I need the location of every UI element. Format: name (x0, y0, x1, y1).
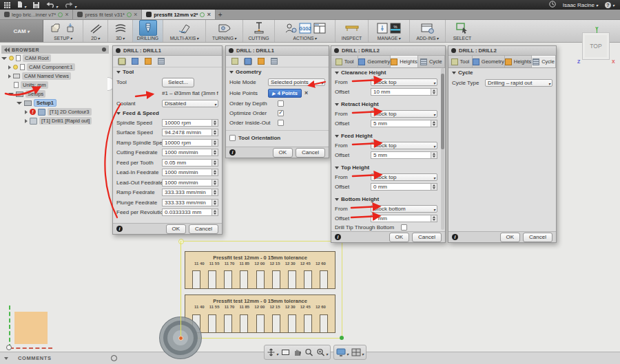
stepper-arrows[interactable] (211, 180, 218, 186)
tab-tool[interactable] (231, 58, 239, 65)
tool-orientation-checkbox[interactable] (229, 135, 236, 141)
plunge-feedrate-input[interactable]: 333.333 mm/min (162, 199, 218, 206)
ribbon-group-inspect[interactable]: INSPECT (335, 20, 369, 42)
help-menu[interactable] (605, 2, 614, 8)
save-icon[interactable] (33, 2, 39, 8)
tab-geometry[interactable] (244, 58, 252, 65)
workspace-switcher[interactable]: CAM (0, 20, 43, 42)
order-by-depth-checkbox[interactable] (278, 100, 284, 107)
collapse-comments-icon[interactable] (4, 357, 8, 360)
section-bottom-height[interactable]: Bottom Height (331, 195, 445, 204)
tab-tool[interactable]: Tool (331, 56, 358, 67)
view-cube[interactable]: TOP Y Z X (582, 32, 610, 60)
dialog-header[interactable]: DRILL : DRILL1 (113, 46, 222, 56)
ramp-feedrate-input[interactable]: 333.333 mm/min (162, 189, 218, 196)
surface-speed-input[interactable]: 94.2478 m/min (162, 129, 218, 136)
cancel-button[interactable]: Cancel (189, 224, 218, 234)
stepper-arrows[interactable] (431, 152, 437, 158)
section-clearance-height[interactable]: Clearance Height (331, 68, 445, 77)
tab-tool[interactable] (118, 58, 126, 65)
2d-milling-icon[interactable] (90, 21, 102, 34)
section-feed-speed[interactable]: Feed & Speed (113, 109, 222, 118)
clear-selection-icon[interactable] (304, 89, 308, 96)
tab-pressfit-12mm[interactable]: pressfit 12mm v2* (142, 10, 215, 19)
dialog-header[interactable]: DRILL : DRILL1 (226, 46, 329, 56)
stepper-arrows[interactable] (211, 149, 218, 156)
ribbon-group-manage[interactable]: % MANAGE (369, 20, 410, 42)
bottom-from-dropdown[interactable]: Stock bottom (371, 205, 437, 213)
hole-mode-dropdown[interactable]: Selected points (268, 78, 325, 86)
drilling-icon[interactable] (139, 20, 157, 36)
ribbon-group-select[interactable]: SELECT (446, 20, 479, 42)
section-cycle[interactable]: Cycle (448, 68, 556, 77)
ribbon-group-actions[interactable]: G1G2 ACTIONS (275, 20, 335, 42)
tab-heights[interactable]: Heights (505, 56, 532, 67)
stepper-arrows[interactable] (211, 209, 218, 215)
bottom-offset-input[interactable]: 7 mm (371, 215, 437, 222)
tab-cycle[interactable] (270, 58, 278, 65)
add-comment-icon[interactable] (111, 355, 117, 361)
section-feed-height[interactable]: Feed Height (331, 131, 445, 140)
stepper-arrows[interactable] (211, 160, 218, 166)
tree-item-setup1[interactable]: Setup1 (1, 98, 109, 107)
stepper-arrows[interactable] (431, 120, 437, 127)
tab-lego-brick[interactable]: lego bric...inner v7* (0, 10, 73, 19)
view-cube-face-top[interactable]: TOP (583, 33, 609, 59)
setup-icon[interactable] (50, 21, 76, 34)
close-tab-icon[interactable] (134, 12, 137, 18)
top-offset-input[interactable]: 0 mm (371, 183, 437, 191)
ramp-spindle-speed-input[interactable]: 10000 rpm (162, 139, 218, 147)
turning-icon[interactable] (218, 21, 231, 34)
ribbon-group-setup[interactable]: SETUP (43, 20, 83, 42)
section-retract-height[interactable]: Retract Height (331, 100, 445, 109)
tab-press-fit-test[interactable]: press fit test v31* (73, 10, 142, 19)
feed-offset-input[interactable]: 5 mm (371, 151, 437, 159)
dialog-header[interactable]: DRILL : DRILL2 (331, 46, 445, 56)
spindle-speed-input[interactable]: 10000 rpm (162, 119, 218, 127)
cycle-type-dropdown[interactable]: Drilling – rapid out (485, 79, 552, 87)
expand-caret-icon[interactable] (25, 110, 28, 114)
visibility-bulb-icon[interactable] (9, 56, 14, 61)
expand-caret-icon[interactable] (1, 57, 7, 60)
section-tool[interactable]: Tool (113, 67, 222, 76)
info-icon[interactable] (335, 234, 341, 240)
cancel-button[interactable]: Cancel (523, 233, 552, 242)
zoom-window-icon[interactable] (304, 348, 314, 356)
expand-caret-icon[interactable] (8, 93, 14, 96)
visibility-bulb-icon[interactable] (13, 65, 18, 69)
tree-item-setups[interactable]: Setups (1, 89, 109, 98)
expand-caret-icon[interactable] (8, 74, 11, 78)
clearance-offset-input[interactable]: 10 mm (371, 88, 437, 96)
post-process-icon[interactable]: G1G2 (299, 23, 311, 34)
ribbon-group-multiaxis[interactable]: MULTI-AXIS (163, 20, 206, 42)
expand-caret-icon[interactable] (8, 65, 11, 69)
lead-in-feedrate-input[interactable]: 1000 mm/min (162, 169, 218, 176)
tree-item-units[interactable]: Units: mm (1, 81, 109, 89)
section-top-height[interactable]: Top Height (331, 163, 445, 172)
tab-geometry[interactable] (131, 58, 139, 65)
setup-sheet-icon[interactable] (313, 23, 326, 34)
stepper-arrows[interactable] (211, 120, 218, 126)
info-icon[interactable] (116, 226, 123, 232)
ok-button[interactable]: OK (500, 233, 521, 242)
tab-geometry[interactable]: Geometry (473, 56, 505, 67)
clearance-from-dropdown[interactable]: Stock top (371, 78, 437, 86)
stepper-arrows[interactable] (431, 184, 437, 190)
cutting-icon[interactable] (254, 21, 265, 34)
info-icon[interactable] (229, 149, 236, 156)
3d-milling-icon[interactable] (114, 21, 127, 34)
stock-grip-point[interactable] (340, 336, 344, 340)
user-menu[interactable]: Isaac Racine (563, 2, 598, 8)
app-grid-icon[interactable] (4, 2, 10, 8)
browser-options-icon[interactable] (102, 47, 106, 52)
multi-axis-icon[interactable] (177, 21, 192, 34)
tab-heights[interactable] (257, 58, 265, 65)
tab-heights[interactable]: Heights (391, 56, 417, 67)
lead-out-feedrate-input[interactable]: 1000 mm/min (162, 179, 218, 186)
machining-time-icon[interactable]: % (390, 23, 401, 34)
ribbon-group-3d[interactable]: 3D (108, 20, 133, 42)
info-icon[interactable] (452, 234, 458, 240)
pressfit-part-1[interactable]: Pressfit test 12mm - 0 15mm tolerance 11… (185, 251, 335, 289)
dialog-scrollbar[interactable] (441, 68, 444, 230)
ribbon-group-drilling[interactable]: DRILLING (133, 20, 163, 42)
